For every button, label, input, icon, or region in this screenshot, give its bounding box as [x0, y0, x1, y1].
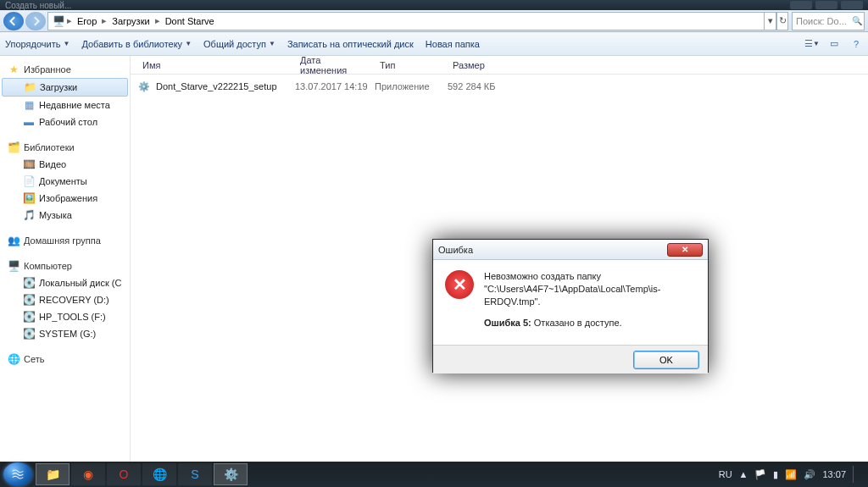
toolbar-organize[interactable]: Упорядочить▼ — [5, 39, 70, 49]
sidebar-item-pictures[interactable]: 🖼️Изображения — [0, 190, 130, 207]
window-titlebar: Создать новый... — [0, 0, 868, 10]
dialog-line2: "C:\Users\A4F7~1\AppData\Local\Temp\is-E… — [484, 283, 696, 308]
sidebar-item-recent[interactable]: ▦Недавние места — [0, 97, 130, 113]
sidebar-libraries-header[interactable]: 🗂️Библиотеки — [0, 139, 130, 156]
task-skype[interactable]: S — [178, 463, 212, 485]
dialog-line1: Невозможно создать папку — [484, 270, 696, 283]
address-dropdown-button[interactable]: ▾ — [765, 12, 776, 30]
toolbar-share[interactable]: Общий доступ▼ — [203, 39, 275, 49]
system-tray: RU ▲ 🏳️ ▮ 📶 🔊 13:07 — [719, 466, 865, 483]
dialog-title: Ошибка — [438, 245, 473, 255]
breadcrumb-seg-user[interactable]: Егор — [74, 16, 100, 26]
chevron-down-icon: ▼ — [63, 40, 70, 47]
star-icon: ★ — [7, 63, 20, 76]
dialog-error-text: Отказано в доступе. — [531, 318, 622, 328]
dialog-footer: OK — [433, 345, 708, 374]
view-options-button[interactable]: ☰ ▼ — [805, 37, 819, 51]
tray-battery-icon[interactable]: ▮ — [773, 469, 778, 480]
dialog-ok-button[interactable]: OK — [633, 351, 699, 369]
tray-action-center-icon[interactable]: 🏳️ — [754, 469, 766, 480]
pictures-icon: 🖼️ — [22, 191, 36, 205]
sidebar-item-hptools[interactable]: 💽HP_TOOLS (F:) — [0, 308, 130, 325]
start-button[interactable] — [3, 462, 32, 486]
chevron-down-icon: ▼ — [269, 40, 275, 47]
tray-up-icon[interactable]: ▲ — [739, 469, 748, 479]
column-headers[interactable]: Имя Дата изменения Тип Размер — [131, 56, 868, 75]
window-controls — [790, 1, 863, 9]
chevron-down-icon: ▼ — [185, 40, 192, 47]
show-desktop-button[interactable] — [853, 466, 858, 483]
toolbar-burn[interactable]: Записать на оптический диск — [287, 39, 414, 49]
tray-lang[interactable]: RU — [719, 469, 732, 479]
file-date: 13.07.2017 14:19 — [295, 81, 375, 91]
homegroup-icon: 👥 — [7, 234, 20, 247]
refresh-button[interactable]: ↻ — [776, 12, 788, 30]
col-date[interactable]: Дата изменения — [295, 55, 375, 75]
col-size[interactable]: Размер — [448, 60, 524, 70]
file-pane: Имя Дата изменения Тип Размер ⚙️Dont_Sta… — [131, 56, 868, 462]
recent-icon: ▦ — [22, 98, 36, 112]
dialog-close-button[interactable]: ✕ — [667, 243, 703, 257]
close-button[interactable] — [841, 1, 863, 9]
file-name: Dont_Starve_v222215_setup — [156, 81, 277, 91]
sidebar-item-system[interactable]: 💽SYSTEM (G:) — [0, 325, 130, 342]
drive-icon: 💽 — [22, 327, 36, 340]
sidebar-homegroup-header[interactable]: 👥Домашняя группа — [0, 232, 130, 249]
sidebar-item-localdisk[interactable]: 💽Локальный диск (C — [0, 274, 130, 291]
dialog-titlebar[interactable]: Ошибка ✕ — [433, 240, 708, 260]
dialog-body: ✕ Невозможно создать папку "C:\Users\A4F… — [433, 260, 708, 345]
error-icon: ✕ — [445, 270, 474, 299]
video-icon: 🎞️ — [22, 158, 36, 171]
task-explorer[interactable]: 📁 — [36, 463, 70, 485]
task-setup[interactable]: ⚙️ — [214, 463, 248, 485]
minimize-button[interactable] — [790, 1, 812, 9]
sidebar-item-documents[interactable]: 📄Документы — [0, 173, 130, 190]
music-icon: 🎵 — [22, 208, 36, 222]
help-button[interactable]: ? — [849, 37, 863, 51]
task-app[interactable]: ◉ — [71, 463, 105, 485]
file-list: ⚙️Dont_Starve_v222215_setup 13.07.2017 1… — [131, 75, 868, 98]
sidebar-favorites-header[interactable]: ★Избранное — [0, 61, 130, 78]
chevron-right-icon: ▸ — [67, 15, 72, 26]
chevron-right-icon: ▸ — [102, 15, 107, 26]
address-bar: 🖥️ ▸ Егор ▸ Загрузки ▸ Dont Starve ▾ ↻ П… — [0, 10, 868, 32]
network-icon: 🌐 — [7, 352, 20, 366]
sidebar-item-recovery[interactable]: 💽RECOVERY (D:) — [0, 291, 130, 308]
sidebar-item-downloads[interactable]: 📁Загрузки — [2, 78, 128, 97]
toolbar: Упорядочить▼ Добавить в библиотеку▼ Общи… — [0, 32, 868, 56]
tray-network-icon[interactable]: 📶 — [785, 469, 797, 480]
breadcrumb-seg-downloads[interactable]: Загрузки — [108, 16, 153, 26]
drive-icon: 💽 — [22, 276, 36, 290]
nav-back-button[interactable] — [3, 12, 24, 30]
dialog-message: Невозможно создать папку "C:\Users\A4F7~… — [484, 270, 696, 335]
computer-icon: 🖥️ — [52, 14, 65, 28]
breadcrumb[interactable]: 🖥️ ▸ Егор ▸ Загрузки ▸ Dont Starve — [47, 12, 765, 30]
tray-clock[interactable]: 13:07 — [822, 469, 846, 479]
task-opera[interactable]: O — [107, 463, 141, 485]
task-chrome[interactable]: 🌐 — [142, 463, 176, 485]
window-title-hint: Создать новый... — [5, 1, 71, 10]
breadcrumb-seg-folder[interactable]: Dont Starve — [162, 16, 218, 26]
sidebar-item-music[interactable]: 🎵Музыка — [0, 207, 130, 224]
error-dialog: Ошибка ✕ ✕ Невозможно создать папку "C:\… — [432, 239, 709, 374]
preview-pane-button[interactable]: ▭ — [827, 37, 841, 51]
toolbar-include-library[interactable]: Добавить в библиотеку▼ — [81, 39, 192, 49]
sidebar-network-header[interactable]: 🌐Сеть — [0, 351, 130, 368]
maximize-button[interactable] — [815, 1, 837, 9]
computer-icon: 🖥️ — [7, 259, 20, 273]
application-icon: ⚙️ — [137, 80, 151, 93]
col-type[interactable]: Тип — [375, 60, 448, 70]
col-name[interactable]: Имя — [137, 60, 295, 70]
dialog-error-code: Ошибка 5: — [484, 318, 531, 328]
sidebar-item-desktop[interactable]: ▬Рабочий стол — [0, 113, 130, 130]
taskbar-apps: 📁 ◉ O 🌐 S ⚙️ — [36, 463, 248, 485]
sidebar-computer-header[interactable]: 🖥️Компьютер — [0, 257, 130, 274]
nav-forward-button[interactable] — [25, 12, 46, 30]
toolbar-new-folder[interactable]: Новая папка — [426, 39, 480, 49]
explorer-main: ★Избранное 📁Загрузки ▦Недавние места ▬Ра… — [0, 56, 868, 462]
tray-volume-icon[interactable]: 🔊 — [804, 469, 815, 480]
search-input[interactable]: Поиск: Do... — [792, 12, 865, 30]
sidebar-item-video[interactable]: 🎞️Видео — [0, 156, 130, 173]
file-size: 592 284 КБ — [448, 81, 524, 91]
file-row[interactable]: ⚙️Dont_Starve_v222215_setup 13.07.2017 1… — [137, 78, 861, 95]
